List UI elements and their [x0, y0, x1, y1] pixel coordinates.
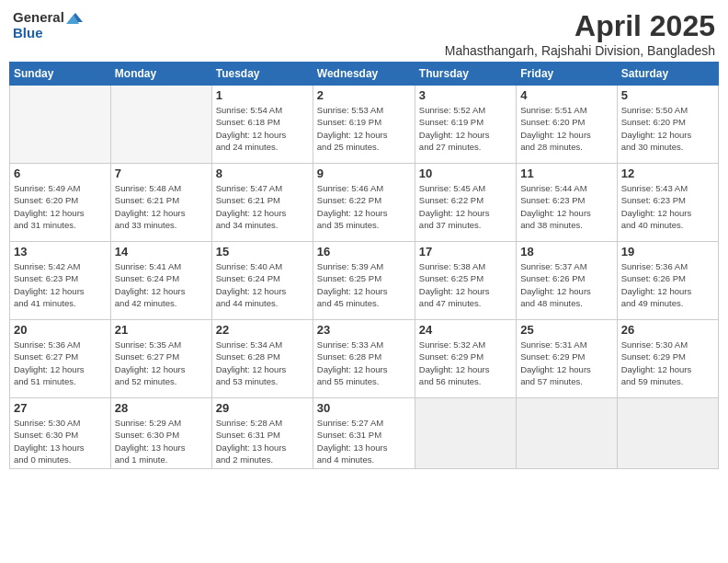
calendar-cell: 22Sunrise: 5:34 AM Sunset: 6:28 PM Dayli… — [211, 320, 313, 398]
calendar-cell: 17Sunrise: 5:38 AM Sunset: 6:25 PM Dayli… — [415, 242, 516, 320]
calendar-cell: 6Sunrise: 5:49 AM Sunset: 6:20 PM Daylig… — [10, 164, 111, 242]
calendar-cell: 15Sunrise: 5:40 AM Sunset: 6:24 PM Dayli… — [211, 242, 313, 320]
day-info: Sunrise: 5:44 AM Sunset: 6:23 PM Dayligh… — [520, 182, 612, 231]
calendar-cell: 10Sunrise: 5:45 AM Sunset: 6:22 PM Dayli… — [415, 164, 516, 242]
day-header-sunday: Sunday — [10, 63, 111, 86]
day-info: Sunrise: 5:32 AM Sunset: 6:29 PM Dayligh… — [419, 339, 512, 387]
day-number: 17 — [419, 245, 512, 259]
calendar-cell: 27Sunrise: 5:30 AM Sunset: 6:30 PM Dayli… — [10, 398, 111, 469]
day-info: Sunrise: 5:38 AM Sunset: 6:25 PM Dayligh… — [419, 260, 512, 309]
day-info: Sunrise: 5:52 AM Sunset: 6:19 PM Dayligh… — [419, 104, 512, 153]
day-info: Sunrise: 5:46 AM Sunset: 6:22 PM Dayligh… — [317, 182, 411, 231]
calendar-cell: 4Sunrise: 5:51 AM Sunset: 6:20 PM Daylig… — [517, 86, 617, 164]
day-info: Sunrise: 5:34 AM Sunset: 6:28 PM Dayligh… — [216, 339, 309, 387]
calendar-cell: 5Sunrise: 5:50 AM Sunset: 6:20 PM Daylig… — [617, 86, 718, 164]
day-number: 1 — [216, 88, 309, 102]
day-info: Sunrise: 5:31 AM Sunset: 6:29 PM Dayligh… — [520, 339, 612, 387]
day-info: Sunrise: 5:29 AM Sunset: 6:30 PM Dayligh… — [115, 417, 208, 465]
day-number: 24 — [419, 323, 512, 337]
day-number: 3 — [419, 88, 512, 102]
calendar-cell: 24Sunrise: 5:32 AM Sunset: 6:29 PM Dayli… — [415, 320, 516, 398]
day-info: Sunrise: 5:43 AM Sunset: 6:23 PM Dayligh… — [621, 182, 714, 231]
day-info: Sunrise: 5:47 AM Sunset: 6:21 PM Dayligh… — [216, 182, 309, 231]
day-info: Sunrise: 5:49 AM Sunset: 6:20 PM Dayligh… — [14, 182, 107, 231]
calendar-cell — [110, 86, 211, 164]
calendar-cell: 23Sunrise: 5:33 AM Sunset: 6:28 PM Dayli… — [313, 320, 415, 398]
day-info: Sunrise: 5:42 AM Sunset: 6:23 PM Dayligh… — [14, 260, 107, 309]
month-title: April 2025 — [445, 9, 715, 43]
calendar-cell: 3Sunrise: 5:52 AM Sunset: 6:19 PM Daylig… — [415, 86, 516, 164]
day-number: 30 — [317, 401, 411, 415]
day-number: 2 — [317, 88, 411, 102]
logo-general: General — [13, 9, 64, 25]
day-header-friday: Friday — [517, 63, 617, 86]
day-number: 29 — [216, 401, 309, 415]
logo: General Blue — [13, 9, 83, 40]
day-info: Sunrise: 5:40 AM Sunset: 6:24 PM Dayligh… — [216, 260, 309, 309]
calendar-cell: 20Sunrise: 5:36 AM Sunset: 6:27 PM Dayli… — [10, 320, 111, 398]
day-header-wednesday: Wednesday — [313, 63, 415, 86]
calendar-week-row: 6Sunrise: 5:49 AM Sunset: 6:20 PM Daylig… — [10, 164, 719, 242]
day-number: 11 — [520, 167, 612, 180]
day-info: Sunrise: 5:51 AM Sunset: 6:20 PM Dayligh… — [520, 104, 612, 153]
day-header-monday: Monday — [110, 63, 211, 86]
logo-icon — [66, 11, 83, 24]
calendar-cell: 26Sunrise: 5:30 AM Sunset: 6:29 PM Dayli… — [617, 320, 718, 398]
day-number: 10 — [419, 167, 512, 180]
calendar-cell: 14Sunrise: 5:41 AM Sunset: 6:24 PM Dayli… — [110, 242, 211, 320]
day-info: Sunrise: 5:36 AM Sunset: 6:26 PM Dayligh… — [621, 260, 714, 309]
day-number: 12 — [621, 167, 714, 180]
day-info: Sunrise: 5:37 AM Sunset: 6:26 PM Dayligh… — [520, 260, 612, 309]
calendar-cell: 12Sunrise: 5:43 AM Sunset: 6:23 PM Dayli… — [617, 164, 718, 242]
day-number: 13 — [14, 245, 107, 259]
day-number: 6 — [14, 167, 107, 180]
day-number: 4 — [520, 88, 612, 102]
calendar-cell: 9Sunrise: 5:46 AM Sunset: 6:22 PM Daylig… — [313, 164, 415, 242]
calendar-cell: 18Sunrise: 5:37 AM Sunset: 6:26 PM Dayli… — [517, 242, 617, 320]
calendar-cell: 30Sunrise: 5:27 AM Sunset: 6:31 PM Dayli… — [313, 398, 415, 469]
day-info: Sunrise: 5:35 AM Sunset: 6:27 PM Dayligh… — [115, 339, 208, 387]
day-number: 15 — [216, 245, 309, 259]
calendar-cell: 11Sunrise: 5:44 AM Sunset: 6:23 PM Dayli… — [517, 164, 617, 242]
day-number: 23 — [317, 323, 411, 337]
page-header: General Blue April 2025 Mahasthangarh, R… — [9, 9, 719, 58]
title-area: April 2025 Mahasthangarh, Rajshahi Divis… — [445, 9, 715, 58]
calendar-cell: 16Sunrise: 5:39 AM Sunset: 6:25 PM Dayli… — [313, 242, 415, 320]
calendar-cell: 2Sunrise: 5:53 AM Sunset: 6:19 PM Daylig… — [313, 86, 415, 164]
calendar-cell: 7Sunrise: 5:48 AM Sunset: 6:21 PM Daylig… — [110, 164, 211, 242]
location-title: Mahasthangarh, Rajshahi Division, Bangla… — [445, 43, 715, 58]
calendar-table: SundayMondayTuesdayWednesdayThursdayFrid… — [9, 62, 719, 469]
day-info: Sunrise: 5:36 AM Sunset: 6:27 PM Dayligh… — [14, 339, 107, 387]
day-header-saturday: Saturday — [617, 63, 718, 86]
day-info: Sunrise: 5:54 AM Sunset: 6:18 PM Dayligh… — [216, 104, 309, 153]
calendar-week-row: 27Sunrise: 5:30 AM Sunset: 6:30 PM Dayli… — [10, 398, 719, 469]
day-number: 8 — [216, 167, 309, 180]
calendar-cell — [517, 398, 617, 469]
day-number: 28 — [115, 401, 208, 415]
calendar-cell — [10, 86, 111, 164]
day-info: Sunrise: 5:33 AM Sunset: 6:28 PM Dayligh… — [317, 339, 411, 387]
calendar-cell: 1Sunrise: 5:54 AM Sunset: 6:18 PM Daylig… — [211, 86, 313, 164]
logo-blue: Blue — [13, 25, 43, 40]
day-info: Sunrise: 5:53 AM Sunset: 6:19 PM Dayligh… — [317, 104, 411, 153]
day-number: 26 — [621, 323, 714, 337]
calendar-header-row: SundayMondayTuesdayWednesdayThursdayFrid… — [10, 63, 719, 86]
day-info: Sunrise: 5:28 AM Sunset: 6:31 PM Dayligh… — [216, 417, 309, 465]
calendar-cell: 29Sunrise: 5:28 AM Sunset: 6:31 PM Dayli… — [211, 398, 313, 469]
calendar-week-row: 20Sunrise: 5:36 AM Sunset: 6:27 PM Dayli… — [10, 320, 719, 398]
day-info: Sunrise: 5:41 AM Sunset: 6:24 PM Dayligh… — [115, 260, 208, 309]
day-header-tuesday: Tuesday — [211, 63, 313, 86]
day-number: 22 — [216, 323, 309, 337]
day-number: 20 — [14, 323, 107, 337]
day-number: 5 — [621, 88, 714, 102]
day-info: Sunrise: 5:50 AM Sunset: 6:20 PM Dayligh… — [621, 104, 714, 153]
day-number: 21 — [115, 323, 208, 337]
day-info: Sunrise: 5:30 AM Sunset: 6:30 PM Dayligh… — [14, 417, 107, 465]
calendar-cell — [415, 398, 516, 469]
calendar-cell — [617, 398, 718, 469]
day-number: 7 — [115, 167, 208, 180]
day-info: Sunrise: 5:48 AM Sunset: 6:21 PM Dayligh… — [115, 182, 208, 231]
day-number: 19 — [621, 245, 714, 259]
day-info: Sunrise: 5:39 AM Sunset: 6:25 PM Dayligh… — [317, 260, 411, 309]
day-info: Sunrise: 5:27 AM Sunset: 6:31 PM Dayligh… — [317, 417, 411, 465]
